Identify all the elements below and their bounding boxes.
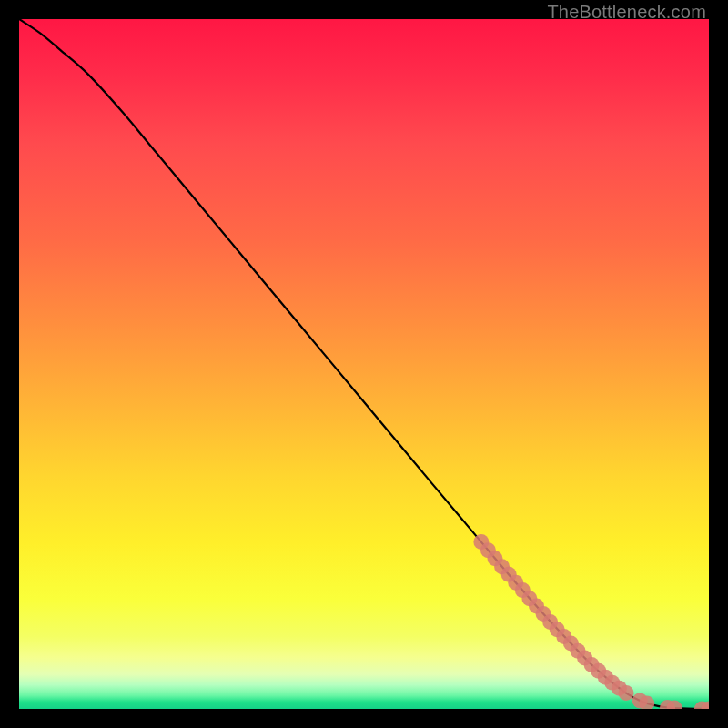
data-point <box>619 685 634 701</box>
curve-svg <box>19 19 709 709</box>
chart-frame: TheBottleneck.com <box>0 0 728 728</box>
bottleneck-curve <box>19 19 709 709</box>
plot-area <box>19 19 709 709</box>
marker-group <box>473 534 709 709</box>
watermark-text: TheBottleneck.com <box>547 2 706 23</box>
